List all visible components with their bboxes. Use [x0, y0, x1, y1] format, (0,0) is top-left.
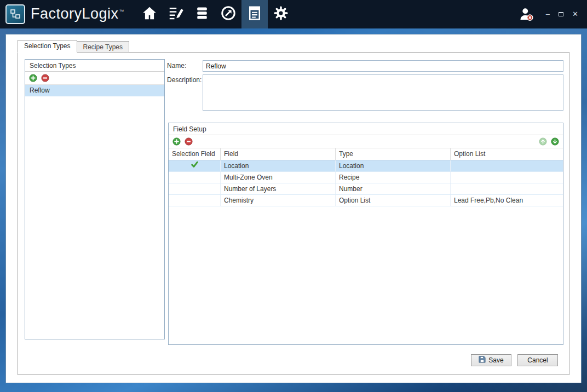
col-option-list: Option List: [451, 148, 563, 160]
stack-icon: [194, 5, 210, 23]
nav-dispatch-button[interactable]: [215, 0, 241, 28]
cancel-button-label: Cancel: [527, 356, 548, 364]
add-icon: [172, 137, 181, 146]
checkmark-icon: [191, 160, 199, 171]
nav-settings-button[interactable]: [268, 0, 294, 28]
field-cell: Number of Layers: [221, 183, 336, 194]
option-list-cell: Lead Free,Pb,No Clean: [451, 195, 563, 206]
field-setup-toolbar: [169, 135, 563, 148]
dispatch-icon: [220, 5, 237, 23]
main-nav: [136, 0, 294, 28]
remove-icon: [41, 74, 49, 82]
add-field-button[interactable]: [172, 137, 181, 146]
description-label: Description:: [167, 76, 202, 84]
option-list-cell: [451, 183, 563, 194]
selection-types-tabpage: Selection Types Reflow Name: Description…: [18, 52, 569, 375]
edit-list-icon: [168, 5, 184, 23]
app-title: FactoryLogix™: [31, 5, 124, 22]
move-up-icon: [539, 137, 547, 146]
selection-field-cell: [169, 183, 221, 194]
col-field: Field: [221, 148, 336, 160]
name-label: Name:: [167, 62, 186, 70]
type-cell: Recipe: [336, 172, 451, 183]
save-button-label: Save: [488, 356, 503, 364]
description-input[interactable]: [203, 74, 563, 111]
field-setup-panel: Field Setup: [168, 123, 563, 345]
remove-field-button[interactable]: [185, 137, 193, 146]
col-type: Type: [336, 148, 451, 160]
list-item-reflow[interactable]: Reflow: [25, 85, 164, 96]
window-controls: – ✕: [546, 10, 578, 18]
close-button[interactable]: ✕: [572, 10, 578, 18]
selection-types-list-panel: Selection Types Reflow: [25, 59, 165, 339]
selection-types-toolbar: [25, 72, 164, 85]
field-cell: Multi-Zone Oven: [221, 172, 336, 183]
gear-icon: [273, 5, 289, 23]
nav-stack-button[interactable]: [189, 0, 215, 28]
field-row[interactable]: Location Location: [169, 160, 563, 172]
save-icon: [479, 356, 486, 365]
move-down-button[interactable]: [551, 137, 559, 146]
add-icon: [29, 74, 37, 82]
minimize-button[interactable]: –: [546, 10, 550, 18]
maximize-icon[interactable]: [559, 12, 563, 16]
selection-field-cell: [169, 172, 221, 183]
factorylogix-logo-icon: [5, 4, 25, 24]
field-table-header: Selection Field Field Type Option List: [169, 148, 563, 160]
move-up-button[interactable]: [539, 137, 547, 146]
field-row[interactable]: Number of Layers Number: [169, 183, 563, 195]
tab-recipe-types[interactable]: Recipe Types: [77, 41, 130, 53]
field-setup-title: Field Setup: [169, 123, 563, 135]
home-icon: [141, 5, 158, 23]
selection-types-list-title: Selection Types: [25, 60, 164, 72]
name-input[interactable]: [203, 60, 563, 72]
type-cell: Location: [336, 160, 451, 171]
user-logout-icon: [519, 7, 534, 22]
tab-selection-types[interactable]: Selection Types: [18, 40, 77, 53]
save-button[interactable]: Save: [471, 354, 511, 366]
remove-selection-type-button[interactable]: [41, 74, 49, 82]
field-cell: Location: [221, 160, 336, 171]
type-cell: Option List: [336, 195, 451, 206]
main-panel: Selection Types Recipe Types Selection T…: [5, 34, 582, 383]
move-down-icon: [551, 137, 559, 146]
option-list-cell: [451, 160, 563, 171]
field-cell: Chemistry: [221, 195, 336, 206]
title-bar: FactoryLogix™: [0, 0, 587, 28]
selection-field-cell: [169, 160, 221, 171]
type-cell: Number: [336, 183, 451, 194]
field-row[interactable]: Chemistry Option List Lead Free,Pb,No Cl…: [169, 195, 563, 206]
remove-icon: [185, 137, 193, 146]
cancel-button[interactable]: Cancel: [517, 354, 558, 366]
tab-strip: Selection Types Recipe Types: [18, 40, 129, 53]
selection-field-cell: [169, 195, 221, 206]
add-selection-type-button[interactable]: [29, 74, 37, 82]
nav-reports-button[interactable]: [241, 0, 268, 28]
col-selection-field: Selection Field: [169, 148, 221, 160]
nav-home-button[interactable]: [136, 0, 163, 28]
field-row[interactable]: Multi-Zone Oven Recipe: [169, 172, 563, 183]
reports-icon: [246, 5, 263, 23]
option-list-cell: [451, 172, 563, 183]
user-logout-button[interactable]: [519, 7, 534, 22]
nav-edit-list-button[interactable]: [163, 0, 189, 28]
